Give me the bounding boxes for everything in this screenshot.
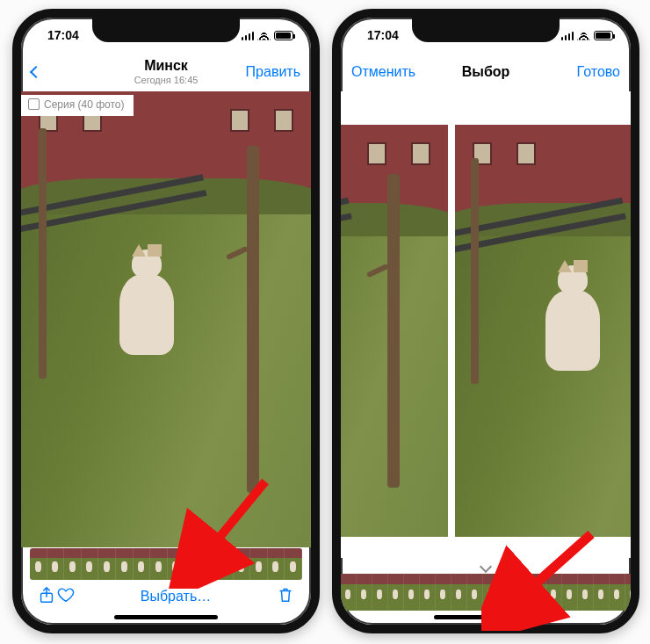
nav-bar: Отменить Выбор Готово — [341, 53, 631, 91]
burst-group-1[interactable] — [30, 548, 184, 580]
burst-badge: Серия (40 фото) — [21, 95, 134, 116]
filmstrip-thumb[interactable] — [625, 574, 631, 611]
filmstrip-thumb[interactable] — [483, 574, 499, 611]
burst-badge-label: Серия (40 фото) — [44, 98, 125, 111]
nav-title: Минск — [102, 58, 230, 74]
filmstrip-thumb[interactable] — [357, 574, 372, 611]
cellular-icon — [561, 31, 574, 40]
nav-title-block: Выбор — [422, 64, 550, 80]
status-time: 17:04 — [358, 28, 399, 42]
filmstrip-thumb[interactable] — [372, 574, 388, 611]
burst-photo-prev[interactable] — [341, 125, 448, 537]
stack-icon — [30, 100, 40, 110]
battery-icon — [594, 31, 613, 40]
burst-thumb[interactable] — [98, 548, 116, 580]
battery-icon — [274, 31, 293, 40]
burst-thumb[interactable] — [250, 548, 268, 580]
select-label: Выбрать… — [141, 589, 211, 604]
share-icon — [37, 585, 56, 604]
trash-icon — [276, 585, 295, 604]
filmstrip-thumb[interactable] — [467, 574, 483, 611]
comparison-stage: 17:04 Минск Сегодня 16:45 Править Серия … — [0, 0, 650, 644]
filmstrip-indicator — [341, 561, 631, 574]
burst-thumb[interactable] — [82, 548, 99, 580]
burst-thumbnail-strip[interactable] — [21, 547, 311, 581]
status-icons — [242, 31, 294, 40]
bottom-toolbar: Выбрать… — [21, 581, 311, 612]
select-button[interactable]: Выбрать… — [76, 589, 276, 604]
phone-left: 17:04 Минск Сегодня 16:45 Править Серия … — [12, 9, 320, 633]
burst-thumb[interactable] — [64, 548, 82, 580]
wifi-icon — [257, 31, 271, 40]
burst-thumb[interactable] — [216, 548, 234, 580]
filmstrip-thumb[interactable] — [515, 574, 531, 611]
burst-thumb[interactable] — [234, 548, 251, 580]
burst-thumb[interactable] — [199, 548, 216, 580]
cancel-label: Отменить — [351, 64, 415, 80]
burst-filmstrip[interactable] — [341, 574, 631, 611]
trash-button[interactable] — [276, 585, 295, 608]
status-time: 17:04 — [39, 28, 79, 42]
burst-thumb[interactable] — [150, 548, 168, 580]
burst-thumb[interactable] — [134, 548, 151, 580]
burst-thumb[interactable] — [116, 548, 134, 580]
filmstrip-thumb[interactable] — [341, 574, 357, 611]
filmstrip-thumb[interactable] — [388, 574, 404, 611]
photo-subject-dog — [119, 274, 174, 355]
filmstrip-thumb[interactable] — [404, 574, 420, 611]
status-icons — [561, 31, 614, 40]
filmstrip-thumb[interactable] — [546, 574, 562, 611]
filmstrip-thumb[interactable] — [594, 574, 610, 611]
burst-thumb[interactable] — [168, 548, 185, 580]
edit-button[interactable]: Править — [230, 64, 300, 80]
filmstrip-thumb[interactable] — [420, 574, 436, 611]
photo-content — [21, 91, 311, 547]
photo-viewer[interactable] — [21, 91, 311, 547]
home-indicator[interactable] — [434, 615, 538, 619]
home-indicator[interactable] — [114, 615, 218, 619]
cellular-icon — [242, 31, 255, 40]
burst-group-2[interactable] — [199, 548, 302, 580]
favorite-button[interactable] — [56, 585, 76, 608]
filmstrip-thumb[interactable] — [531, 574, 546, 611]
notch — [412, 18, 560, 42]
chevron-down-icon — [480, 561, 492, 573]
filmstrip-thumb[interactable] — [451, 574, 467, 611]
burst-thumb[interactable] — [30, 548, 47, 580]
notch — [92, 18, 240, 42]
back-button[interactable] — [32, 68, 102, 76]
filmstrip-thumb[interactable] — [499, 574, 515, 611]
burst-picker-viewer[interactable] — [341, 91, 631, 558]
nav-title-block: Минск Сегодня 16:45 — [102, 58, 230, 85]
burst-thumb[interactable] — [285, 548, 302, 580]
filmstrip-thumb[interactable] — [562, 574, 578, 611]
done-button[interactable]: Готово — [550, 64, 620, 80]
burst-photo-current[interactable] — [455, 125, 631, 537]
nav-subtitle: Сегодня 16:45 — [102, 75, 230, 86]
chevron-left-icon — [30, 66, 42, 78]
done-label: Готово — [577, 64, 620, 80]
share-button[interactable] — [37, 585, 56, 608]
filmstrip-thumb[interactable] — [578, 574, 594, 611]
burst-thumb[interactable] — [268, 548, 285, 580]
nav-title: Выбор — [422, 64, 550, 80]
phone-right: 17:04 Отменить Выбор Готово — [332, 9, 639, 633]
filmstrip-thumb[interactable] — [610, 574, 625, 611]
cancel-button[interactable]: Отменить — [351, 64, 422, 80]
filmstrip-thumb[interactable] — [436, 574, 451, 611]
nav-bar: Минск Сегодня 16:45 Править — [21, 53, 311, 91]
wifi-icon — [577, 31, 590, 40]
heart-icon — [56, 585, 76, 604]
edit-label: Править — [246, 64, 300, 80]
burst-thumb[interactable] — [47, 548, 65, 580]
